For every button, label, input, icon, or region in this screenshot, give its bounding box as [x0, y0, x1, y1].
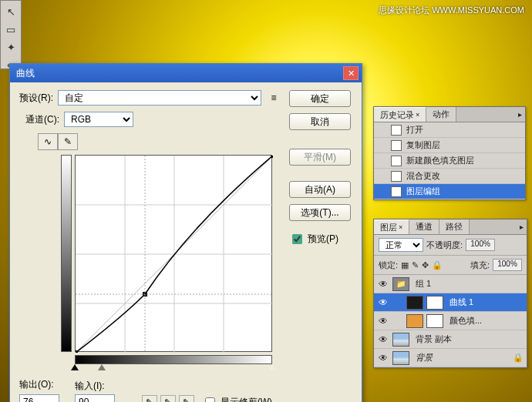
visibility-toggle[interactable]: 👁: [377, 353, 389, 363]
layer-thumb[interactable]: [406, 296, 423, 310]
layer-row[interactable]: 👁📁组 1: [374, 275, 527, 293]
lock-transparency-icon[interactable]: ▦: [401, 260, 409, 270]
history-item-label: 混合更改: [406, 170, 440, 182]
fill-label: 填充:: [470, 260, 490, 271]
svg-rect-8: [76, 350, 78, 353]
history-step-icon: [391, 171, 402, 182]
preview-checkbox[interactable]: 预览(P): [289, 232, 351, 246]
tab-paths[interactable]: 路径: [439, 219, 470, 234]
cancel-button[interactable]: 取消: [289, 113, 351, 130]
history-item[interactable]: 新建颜色填充图层: [374, 153, 525, 169]
opacity-input[interactable]: 100%: [466, 239, 495, 251]
visibility-toggle[interactable]: 👁: [377, 316, 389, 327]
history-step-icon: [391, 125, 402, 136]
move-tool[interactable]: ↖: [2, 3, 20, 20]
layer-row[interactable]: 👁背景 副本: [374, 330, 527, 349]
show-clipping-checkbox[interactable]: 显示修剪(W): [202, 395, 272, 403]
layer-name[interactable]: 背景 副本: [416, 333, 452, 345]
tools-palette: ↖ ▭ ✦ ⇔: [0, 0, 22, 69]
visibility-toggle[interactable]: 👁: [377, 279, 389, 290]
history-item[interactable]: 复制图层: [374, 138, 525, 153]
history-item[interactable]: 混合更改: [374, 169, 525, 184]
layer-name[interactable]: 颜色填...: [450, 315, 482, 327]
layer-name[interactable]: 背景: [416, 352, 433, 363]
history-item[interactable]: 打开: [374, 122, 525, 138]
opacity-label: 不透明度:: [426, 240, 463, 251]
output-gradient: [61, 155, 72, 352]
history-item-label: 图层编组: [406, 186, 440, 197]
layer-thumb[interactable]: [392, 333, 409, 347]
watermark-text: 思缘设计论坛 WWW.MISSYUAN.COM: [379, 5, 524, 16]
layer-name[interactable]: 组 1: [416, 278, 431, 290]
history-item[interactable]: 图层编组: [374, 184, 525, 199]
history-item-label: 打开: [406, 124, 423, 136]
input-slider[interactable]: [75, 364, 272, 370]
channel-label: 通道(C):: [25, 113, 59, 126]
ok-button[interactable]: 确定: [289, 90, 351, 107]
options-button[interactable]: 选项(T)...: [289, 204, 351, 221]
channel-select[interactable]: RGB: [64, 112, 133, 127]
preset-select[interactable]: 自定: [58, 90, 261, 106]
blend-mode-select[interactable]: 正常: [379, 238, 423, 252]
layer-thumb[interactable]: 📁: [392, 277, 409, 291]
output-label: 输出(O):: [19, 378, 59, 391]
layer-row[interactable]: 👁曲线 1: [374, 293, 527, 312]
layer-name[interactable]: 曲线 1: [450, 296, 473, 308]
history-item-label: 复制图层: [406, 139, 440, 151]
fill-input[interactable]: 100%: [493, 259, 522, 271]
layer-mask-thumb[interactable]: [426, 296, 443, 310]
history-item-label: 新建颜色填充图层: [406, 155, 474, 166]
input-input[interactable]: [75, 394, 115, 402]
curve-pencil-tool[interactable]: ✎: [58, 133, 78, 150]
tab-layers[interactable]: 图层×: [374, 219, 409, 234]
layer-thumb[interactable]: [406, 314, 423, 328]
curves-graph[interactable]: [75, 155, 272, 352]
lock-position-icon[interactable]: ✥: [422, 260, 429, 270]
black-point-dropper[interactable]: ✎: [142, 395, 157, 402]
white-point-dropper[interactable]: ✎: [179, 395, 194, 402]
gray-point-dropper[interactable]: ✎: [160, 395, 176, 402]
dialog-title: 曲线: [16, 67, 35, 80]
history-list: 打开复制图层新建颜色填充图层混合更改图层编组: [374, 122, 525, 199]
preset-label: 预设(R):: [19, 92, 53, 105]
input-label: 输入(I):: [75, 380, 105, 393]
layer-mask-thumb[interactable]: [426, 314, 443, 328]
lock-icon: 🔒: [513, 353, 524, 363]
panel-menu-icon[interactable]: ▸: [514, 107, 525, 122]
smooth-button: 平滑(M): [289, 149, 351, 166]
curves-dialog: 曲线 ✕ 预设(R): 自定 ≡ 通道(C): RGB: [9, 63, 362, 402]
dialog-titlebar[interactable]: 曲线 ✕: [10, 64, 362, 82]
layer-list: 👁📁组 1👁曲线 1👁颜色填...👁背景 副本👁背景🔒: [374, 275, 527, 367]
input-gradient: [75, 355, 272, 364]
lock-label: 锁定:: [379, 260, 398, 271]
output-input[interactable]: [19, 394, 59, 402]
panel-menu-icon[interactable]: ▸: [516, 219, 527, 234]
curve-point-tool[interactable]: ∿: [38, 133, 58, 150]
preset-menu-icon[interactable]: ≡: [266, 91, 281, 105]
svg-rect-9: [271, 156, 273, 158]
tab-actions[interactable]: 动作: [426, 107, 456, 122]
auto-button[interactable]: 自动(A): [289, 181, 351, 198]
layer-thumb[interactable]: [392, 351, 409, 365]
history-step-icon: [391, 140, 402, 151]
layer-row[interactable]: 👁背景🔒: [374, 349, 527, 367]
visibility-toggle[interactable]: 👁: [377, 334, 389, 345]
lock-pixels-icon[interactable]: ✎: [412, 260, 419, 270]
history-panel: 历史记录× 动作 ▸ 打开复制图层新建颜色填充图层混合更改图层编组: [373, 106, 526, 200]
visibility-toggle[interactable]: 👁: [377, 297, 389, 308]
wand-tool[interactable]: ✦: [2, 39, 20, 55]
tab-channels[interactable]: 通道: [409, 219, 439, 234]
marquee-tool[interactable]: ▭: [2, 21, 20, 38]
close-icon[interactable]: ✕: [343, 66, 359, 80]
history-step-icon: [391, 156, 402, 166]
layers-panel: 图层× 通道 路径 ▸ 正常 不透明度: 100% 锁定: ▦ ✎ ✥ 🔒 填充…: [373, 219, 527, 368]
lock-all-icon[interactable]: 🔒: [432, 260, 443, 270]
tab-history[interactable]: 历史记录×: [374, 107, 426, 122]
layer-row[interactable]: 👁颜色填...: [374, 312, 527, 330]
history-step-icon: [391, 186, 402, 197]
